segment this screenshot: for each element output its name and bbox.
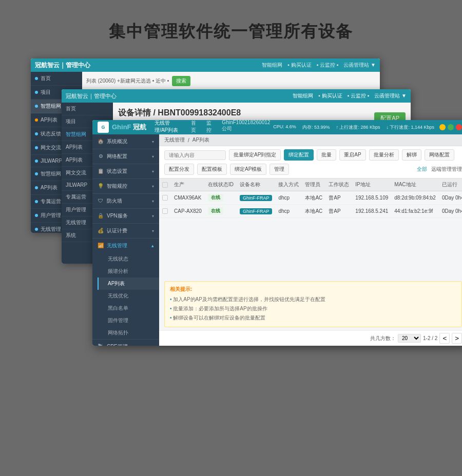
wireless-icon: 📶 xyxy=(98,243,104,249)
sidebar-section-wireless: 📶 无线管理 ▴ 无线状态 频谱分析 AP列表 无线优化 黑白名单 固件管理 网… xyxy=(92,239,159,340)
per-page-select[interactable]: 20 50 100 xyxy=(398,334,421,343)
sidebar-label-firewall: 防火墙 xyxy=(107,197,122,205)
btn-net-config[interactable]: 网络配置 xyxy=(425,149,454,161)
sidebar-section-system: 🏠 系统概况 xyxy=(92,134,159,149)
status-icon: 📋 xyxy=(98,168,104,174)
sidebar-item-status[interactable]: 📋 状态设置 xyxy=(92,164,159,179)
sidebar-label-wireless: 无线管理 xyxy=(107,242,127,249)
wireless-sub-items: 无线状态 频谱分析 AP列表 无线优化 黑白名单 固件管理 网络拓扑 xyxy=(92,253,159,339)
nav-tab-company[interactable]: GhinF100218260012公司 xyxy=(219,120,273,136)
front-brand: G GhinF 冠航 xyxy=(98,122,146,133)
nav-tab-ap[interactable]: 无线管理/AP列表 xyxy=(151,120,186,136)
sidebar-section-smart: 💡 智能规控 xyxy=(92,179,159,194)
back-search-btn[interactable]: 搜索 xyxy=(172,76,190,86)
back-menu-home: 首页 xyxy=(31,72,82,86)
breadcrumb-level2: AP列表 xyxy=(192,136,209,144)
btn-diagnose[interactable]: 解绑 xyxy=(402,149,421,161)
tab-remote[interactable]: 远端管理管理 xyxy=(431,166,462,173)
hint-title: 相关提示: xyxy=(170,286,456,293)
search-input[interactable] xyxy=(164,150,226,160)
window-controls xyxy=(439,124,462,130)
mid-top-nav: 智能组网 ▪ 购买认证 ▪ 云监控 ▪ 云函管理站 ▼ xyxy=(293,92,407,100)
sub-topology[interactable]: 网络拓扑 xyxy=(98,327,159,339)
sidebar-item-firewall[interactable]: 🛡 防火墙 xyxy=(92,194,159,208)
sidebar-item-vpn[interactable]: 🔒 VPN服务 xyxy=(92,209,159,223)
tab-all[interactable]: 全部 xyxy=(417,166,427,173)
sidebar-item-system[interactable]: 🏠 系统概况 xyxy=(92,134,159,149)
window-front: G GhinF 冠航 无线管理/AP列表 首页 监控 GhinF10021826… xyxy=(92,120,462,346)
sidebar-label-network: 网络配置 xyxy=(107,153,127,160)
btn-local-config[interactable]: 批量绑定AP到指定 xyxy=(229,149,281,161)
front-body: 🏠 系统概况 ⚙ 网络配置 📋 状态设置 xyxy=(92,134,462,346)
btn-bind-config[interactable]: 绑定配置 xyxy=(284,149,314,161)
auth-icon: 💰 xyxy=(98,228,104,234)
back-top-nav: 智能组网 ▪ 购买认证 ▪ 云监控 ▪ 云函管理站 ▼ xyxy=(262,62,376,69)
sidebar-label-status: 状态设置 xyxy=(107,168,127,175)
sidebar-section-auth: 💰 认证计费 xyxy=(92,224,159,239)
vpn-icon: 🔒 xyxy=(98,213,104,219)
mid-brand: 冠航智云｜管理中心 xyxy=(66,92,117,100)
maximize-btn[interactable] xyxy=(448,124,454,130)
table-row: CMAX96AK 在线 GhinF-FRAP dhcp 本地AC 普AP 192… xyxy=(159,191,462,205)
sidebar-label-cpe: CPE管理 xyxy=(107,343,128,346)
sidebar-label-vpn: VPN服务 xyxy=(107,212,128,220)
page-range: 1-2 / 2 xyxy=(423,335,437,341)
sidebar-label-system: 系统概况 xyxy=(107,138,127,145)
nav-tab-home[interactable]: 首页 xyxy=(188,120,201,136)
sidebar-section-firewall: 🛡 防火墙 xyxy=(92,194,159,209)
top-breadcrumb: 无线管理 / AP列表 xyxy=(159,134,462,146)
btn-manage[interactable]: 管理 xyxy=(270,164,289,175)
breadcrumb-sep: / xyxy=(188,137,189,143)
window-back-titlebar: 冠航智云｜管理中心 智能组网 ▪ 购买认证 ▪ 云监控 ▪ 云函管理站 ▼ xyxy=(31,58,380,72)
status-bar: CPU: 4.6% 内存: 53.99% ↑ 上行速度: 286 Kbps ↓ … xyxy=(273,124,434,131)
sidebar-item-cpe[interactable]: 📡 CPE管理 xyxy=(92,340,159,346)
home-icon: 🏠 xyxy=(98,138,104,145)
sidebar-item-network[interactable]: ⚙ 网络配置 xyxy=(92,149,159,164)
sidebar-item-smart[interactable]: 💡 智能规控 xyxy=(92,179,159,193)
front-content: 无线管理 / AP列表 批量绑定AP到指定 绑定配置 批量 重启AP 批量分析 … xyxy=(159,134,462,346)
brand-logo: G xyxy=(98,122,109,133)
sidebar-label-auth: 认证计费 xyxy=(107,227,127,234)
table-row: CAP-AX820 在线 GhinF-FRAP dhcp 本地AC 普AP 19… xyxy=(159,205,462,218)
hint-item-2: 批量添加：必要添加所与选择AP的批操作 xyxy=(170,304,456,313)
sub-wireless-opt[interactable]: 无线优化 xyxy=(98,290,159,302)
next-page-btn[interactable]: > xyxy=(452,333,462,344)
table-header-row: 生产 在线状态ID 设备名称 接入方式 管理员 工作状态 IP地址 MAC地址 … xyxy=(159,179,462,191)
minimize-btn[interactable] xyxy=(439,124,446,130)
sidebar-section-cpe: 📡 CPE管理 xyxy=(92,340,159,346)
total-label: 共几方数： xyxy=(370,335,396,342)
screenshot-stack: 冠航智云｜管理中心 智能组网 ▪ 购买认证 ▪ 云监控 ▪ 云函管理站 ▼ 首页… xyxy=(31,58,431,366)
mid-menu-home: 首页 xyxy=(62,103,113,115)
close-btn[interactable] xyxy=(456,124,462,130)
sidebar-item-auth[interactable]: 💰 认证计费 xyxy=(92,224,159,238)
sub-ap-list[interactable]: AP列表 xyxy=(98,277,159,290)
smart-icon: 💡 xyxy=(98,183,104,189)
sidebar-section-vpn: 🔒 VPN服务 xyxy=(92,209,159,224)
btn-ap-template[interactable]: 绑定AP模板 xyxy=(230,164,266,175)
btn-batch[interactable]: 批量 xyxy=(317,149,336,161)
front-nav-tabs: 无线管理/AP列表 首页 监控 GhinF100218260012公司 xyxy=(151,120,273,136)
up-status: ↑ 上行速度: 286 Kbps xyxy=(336,124,380,131)
sub-blacklist[interactable]: 黑白名单 xyxy=(98,302,159,314)
page-title: 集中管理软件统一管理所有设备 xyxy=(0,0,462,58)
front-toolbar: 批量绑定AP到指定 绑定配置 批量 重启AP 批量分析 解绑 网络配置 配置分发… xyxy=(159,146,462,179)
firewall-icon: 🛡 xyxy=(98,198,104,204)
hint-item-1: 加入AP的AP及均需档配置里进行选择，并找按钮优先满足于在配置 xyxy=(170,295,456,304)
brand-name: GhinF 冠航 xyxy=(112,123,146,132)
pagination: 共几方数： 20 50 100 1-2 / 2 < > xyxy=(159,330,462,346)
nav-tab-monitor[interactable]: 监控 xyxy=(203,120,217,136)
breadcrumb-level1: 无线管理 xyxy=(164,136,185,144)
prev-page-btn[interactable]: < xyxy=(439,333,450,344)
btn-template[interactable]: 配置模板 xyxy=(197,164,227,175)
btn-distribute[interactable]: 配置分发 xyxy=(164,164,194,175)
sidebar-item-wireless[interactable]: 📶 无线管理 ▴ xyxy=(92,239,159,253)
back-table-header: 列表 (20060) +新建网元选选 • 近中 • 搜索 xyxy=(86,76,376,86)
btn-reboot[interactable]: 重启AP xyxy=(339,149,365,161)
sub-wireless-status[interactable]: 无线状态 xyxy=(98,253,159,265)
ap-table-area: 生产 在线状态ID 设备名称 接入方式 管理员 工作状态 IP地址 MAC地址 … xyxy=(159,179,462,278)
front-sidebar: 🏠 系统概况 ⚙ 网络配置 📋 状态设置 xyxy=(92,134,159,346)
sub-firmware[interactable]: 固件管理 xyxy=(98,314,159,327)
sub-spectrum[interactable]: 频谱分析 xyxy=(98,265,159,277)
back-brand: 冠航智云｜管理中心 xyxy=(35,61,90,70)
btn-upgrade[interactable]: 批量分析 xyxy=(369,149,399,161)
